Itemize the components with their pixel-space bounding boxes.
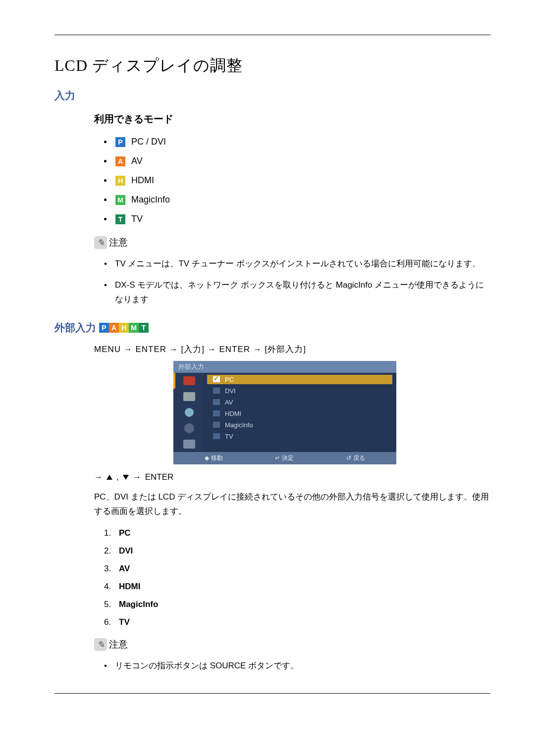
comma: , — [116, 472, 119, 482]
osd-foot-back: ↺ 戻る — [346, 454, 365, 462]
osd-row: MagicInfo — [207, 420, 392, 430]
notes-list-2: リモコンの指示ボタンは SOURCE ボタンです。 — [104, 659, 490, 673]
page-title: LCD ディスプレイの調整 — [54, 55, 490, 77]
osd-row-label: MagicInfo — [225, 421, 253, 429]
note-row-2: ✎ 注意 — [94, 638, 490, 651]
osd-tab-icon — [173, 420, 203, 436]
osd-row: PC — [207, 375, 392, 384]
osd-row: AV — [207, 398, 392, 407]
osd-check-icon — [213, 399, 220, 405]
numbered-item: 4.HDMI — [104, 582, 490, 592]
osd-tab-icon — [173, 389, 203, 404]
arrow-text: → — [94, 472, 103, 482]
arrow-text: → — [133, 472, 141, 482]
osd-check-icon — [213, 376, 220, 382]
mode-badge-icon: P — [115, 137, 125, 147]
mode-badge-icon: T — [115, 214, 125, 224]
mode-item: PPC / DVI — [104, 137, 490, 147]
osd-rows: PCDVIAVHDMIMagicInfoTV — [203, 373, 396, 452]
triangle-up-icon — [107, 475, 112, 480]
osd-foot-enter: ↵ 決定 — [275, 454, 294, 462]
note-icon: ✎ — [94, 638, 107, 651]
note-row-1: ✎ 注意 — [94, 236, 490, 249]
note-item: リモコンの指示ボタンは SOURCE ボタンです。 — [104, 659, 490, 673]
menu-nav-path: MENU → ENTER → [入力] → ENTER → [外部入力] — [94, 344, 490, 355]
mode-badge-icon: A — [109, 323, 119, 333]
bottom-rule — [54, 693, 490, 694]
osd-row: HDMI — [207, 409, 392, 418]
osd-row-label: AV — [225, 399, 233, 406]
available-modes-heading: 利用できるモード — [94, 112, 490, 126]
mode-item: MMagicInfo — [104, 195, 490, 205]
osd-tab-icon — [173, 373, 203, 389]
enter-text: ENTER — [145, 472, 174, 482]
mode-label: PC / DVI — [131, 137, 166, 147]
mode-badge-icon: P — [99, 323, 109, 333]
description-text: PC、DVI または LCD ディスプレイに接続されているその他の外部入力信号を… — [94, 490, 490, 519]
numbered-item: 2.DVI — [104, 546, 490, 556]
osd-tab-icon — [173, 404, 203, 420]
mode-badge-icon: M — [115, 195, 125, 205]
numbered-item: 5.MagicInfo — [104, 600, 490, 609]
osd-check-icon — [213, 422, 220, 428]
osd-title: 外部入力 — [173, 361, 396, 373]
external-input-heading-row: 外部入力 PAHMT — [54, 321, 490, 335]
numbered-item: 1.PC — [104, 528, 490, 538]
mode-label: HDMI — [131, 175, 154, 186]
mode-badge-icon: H — [119, 323, 129, 333]
numbered-list: 1.PC2.DVI3.AV4.HDMI5.MagicInfo6.TV — [104, 528, 490, 627]
osd-row-label: HDMI — [225, 410, 241, 417]
mode-badge-icon: T — [139, 323, 149, 333]
osd-side-tabs — [173, 373, 203, 452]
osd-row-label: TV — [225, 433, 233, 440]
modes-list: PPC / DVIAAVHHDMIMMagicInfoTTV — [104, 137, 490, 224]
mode-label: TV — [131, 214, 143, 224]
external-input-badges: PAHMT — [99, 322, 149, 333]
mode-item: AAV — [104, 156, 490, 166]
osd-check-icon — [213, 433, 220, 439]
note-item: TV メニューは、TV チューナー ボックスがインストールされている場合に利用可… — [104, 257, 490, 271]
osd-screenshot: 外部入力 PCDVIAVHDMIMagicInfoTV ◆ 移動 ↵ 決定 ↺ … — [173, 361, 396, 464]
mode-label: AV — [131, 156, 143, 166]
osd-check-icon — [213, 388, 220, 394]
nav-arrows-row: → , → ENTER — [94, 472, 490, 482]
osd-row: DVI — [207, 386, 392, 396]
osd-row-label: DVI — [225, 387, 236, 395]
external-input-heading: 外部入力 — [54, 321, 96, 335]
osd-footer: ◆ 移動 ↵ 決定 ↺ 戻る — [173, 452, 396, 464]
note-label-1: 注意 — [109, 236, 128, 249]
note-item: DX-S モデルでは、ネットワーク ボックスを取り付けると MagicInfo … — [104, 278, 490, 307]
triangle-down-icon — [123, 475, 129, 480]
mode-badge-icon: H — [115, 176, 125, 186]
osd-tab-icon — [173, 436, 203, 452]
notes-list-1: TV メニューは、TV チューナー ボックスがインストールされている場合に利用可… — [104, 257, 490, 307]
osd-check-icon — [213, 410, 220, 416]
note-label-2: 注意 — [109, 638, 128, 651]
numbered-item: 3.AV — [104, 564, 490, 574]
osd-row: TV — [207, 432, 392, 441]
osd-foot-move: ◆ 移動 — [205, 454, 223, 462]
mode-badge-icon: A — [115, 156, 125, 166]
note-icon: ✎ — [94, 236, 107, 249]
section-input-heading: 入力 — [54, 89, 490, 102]
mode-badge-icon: M — [129, 323, 139, 333]
osd-row-label: PC — [225, 376, 234, 383]
top-rule — [54, 35, 490, 35]
numbered-item: 6.TV — [104, 617, 490, 627]
mode-label: MagicInfo — [131, 195, 170, 205]
mode-item: HHDMI — [104, 175, 490, 186]
mode-item: TTV — [104, 214, 490, 224]
